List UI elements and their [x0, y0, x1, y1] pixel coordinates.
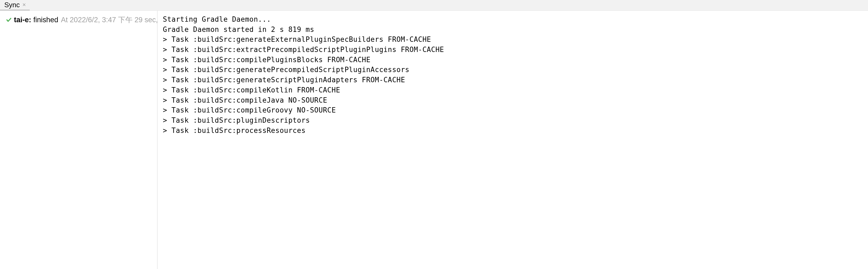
- console-line: > Task :buildSrc:compileKotlin FROM-CACH…: [163, 85, 863, 95]
- console-line: > Task :buildSrc:compileJava NO-SOURCE: [163, 95, 863, 106]
- task-tree-panel: tai-e: finished At 2022/6/2, 3:47 下午 29 …: [0, 11, 157, 269]
- console-line: Gradle Daemon started in 2 s 819 ms: [163, 25, 863, 35]
- project-name: tai-e:: [14, 16, 31, 24]
- sync-status-row[interactable]: tai-e: finished At 2022/6/2, 3:47 下午 29 …: [6, 15, 155, 25]
- console-line: > Task :buildSrc:generatePrecompiledScri…: [163, 65, 863, 75]
- console-line: > Task :buildSrc:compileGroovy NO-SOURCE: [163, 105, 863, 116]
- console-output-panel[interactable]: Starting Gradle Daemon... Gradle Daemon …: [157, 11, 868, 269]
- console-line: Starting Gradle Daemon...: [163, 14, 863, 25]
- console-line: > Task :buildSrc:compilePluginsBlocks FR…: [163, 55, 863, 65]
- checkmark-icon: [6, 17, 12, 23]
- close-icon[interactable]: ×: [23, 2, 26, 8]
- console-line: > Task :buildSrc:generateExternalPluginS…: [163, 35, 863, 45]
- console-line: > Task :buildSrc:processResources: [163, 126, 863, 136]
- tab-bar: Sync ×: [0, 0, 868, 11]
- status-state: finished: [33, 16, 58, 24]
- console-line: > Task :buildSrc:extractPrecompiledScrip…: [163, 45, 863, 55]
- tab-sync[interactable]: Sync ×: [0, 0, 30, 10]
- content-area: tai-e: finished At 2022/6/2, 3:47 下午 29 …: [0, 11, 868, 269]
- console-line: > Task :buildSrc:generateScriptPluginAda…: [163, 75, 863, 85]
- tab-label: Sync: [4, 1, 20, 9]
- console-line: > Task :buildSrc:pluginDescriptors: [163, 116, 863, 126]
